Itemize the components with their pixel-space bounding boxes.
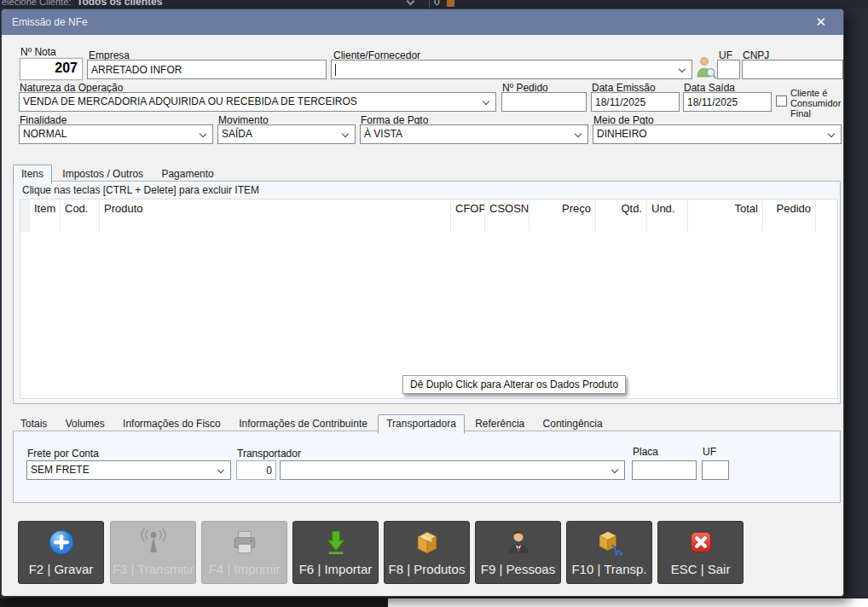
dialog-title: Emissão de NFe bbox=[12, 9, 88, 35]
tab-informacoes-contribuinte[interactable]: Informações de Contribuinte bbox=[231, 415, 375, 433]
items-panel: Clique nas teclas [CTRL + Delete] para e… bbox=[13, 181, 841, 404]
tab-informacoes-fisco[interactable]: Informações do Fisco bbox=[115, 415, 229, 433]
gravar-button[interactable]: F2 | Gravar bbox=[18, 521, 104, 584]
meio-pgto-combo[interactable]: DINHEIRO bbox=[593, 124, 842, 144]
column-csosn: CSOSN bbox=[485, 199, 529, 218]
chevron-down-icon bbox=[611, 466, 618, 473]
produtos-button-label: F8 | Produtos bbox=[385, 562, 469, 576]
consumidor-final-line3: Final bbox=[790, 108, 811, 119]
tab-pagamento[interactable]: Pagamento bbox=[153, 165, 221, 183]
finalidade-combo[interactable]: NORMAL bbox=[19, 124, 213, 144]
importar-button-label: F6 | Importar bbox=[293, 562, 378, 576]
gravar-button-label: F2 | Gravar bbox=[19, 562, 103, 576]
transport-uf-label: UF bbox=[703, 446, 716, 458]
cliente-fornecedor-combo[interactable] bbox=[331, 60, 692, 79]
tab-volumes[interactable]: Volumes bbox=[58, 415, 113, 433]
pedido-input[interactable] bbox=[501, 92, 587, 112]
column-gutter bbox=[20, 199, 30, 218]
row-cell bbox=[816, 218, 837, 232]
import-download-icon bbox=[321, 528, 350, 557]
column-filler bbox=[816, 199, 837, 218]
transp-button[interactable]: F10 | Transp. bbox=[566, 521, 652, 584]
row-gutter-cell bbox=[20, 218, 30, 232]
row-cell bbox=[30, 218, 61, 232]
transportador-label: Transportador bbox=[237, 448, 301, 460]
chevron-down-icon bbox=[679, 66, 686, 72]
chevron-down-icon bbox=[483, 98, 489, 105]
chevron-down-icon bbox=[575, 130, 582, 137]
data-emissao-input[interactable] bbox=[591, 92, 680, 112]
pessoas-button-label: F9 | Pessoas bbox=[476, 562, 560, 576]
movimento-combo[interactable]: SAÍDA bbox=[217, 124, 356, 144]
column-produto: Produto bbox=[100, 199, 451, 218]
chevron-down-icon bbox=[217, 466, 224, 473]
background-select-client-value: Todos os clientes bbox=[77, 0, 162, 8]
text-caret bbox=[335, 64, 336, 76]
nota-field[interactable]: 207 bbox=[20, 58, 83, 80]
placa-input[interactable] bbox=[632, 460, 697, 480]
consumidor-final-line1: Cliente é bbox=[790, 88, 827, 98]
close-icon[interactable]: ✕ bbox=[810, 9, 831, 35]
nota-label: Nº Nota bbox=[20, 46, 56, 58]
tab-totais[interactable]: Totais bbox=[13, 415, 55, 433]
row-cell bbox=[451, 218, 485, 232]
chevron-down-icon bbox=[200, 130, 206, 137]
tab-transportadora[interactable]: Transportadora bbox=[378, 414, 465, 434]
uf-input[interactable] bbox=[717, 60, 740, 79]
pessoas-button[interactable]: F9 | Pessoas bbox=[475, 521, 561, 584]
exit-x-icon bbox=[686, 528, 715, 557]
nota-value: 207 bbox=[55, 61, 78, 76]
produtos-button[interactable]: F8 | Produtos bbox=[384, 521, 470, 584]
tab-contingencia[interactable]: Contingência bbox=[535, 415, 610, 433]
cnpj-input[interactable] bbox=[742, 60, 843, 79]
column-und: Und. bbox=[647, 199, 688, 218]
row-cell bbox=[100, 218, 451, 232]
items-table-header: Item Cod. Produto CFOP CSOSN Preço Qtd. … bbox=[20, 199, 837, 218]
search-person-icon[interactable] bbox=[696, 56, 717, 79]
transport-uf-input[interactable] bbox=[702, 460, 729, 480]
table-row[interactable] bbox=[20, 218, 837, 232]
row-cell bbox=[763, 218, 816, 232]
forma-pgto-combo[interactable]: À VISTA bbox=[360, 124, 588, 144]
consumidor-final-checkbox[interactable] bbox=[776, 95, 787, 107]
background-chevron-down-icon bbox=[407, 0, 415, 5]
column-preco: Preço bbox=[529, 199, 596, 218]
row-cell bbox=[485, 218, 529, 232]
chevron-down-icon bbox=[828, 130, 835, 137]
transportador-code-input[interactable] bbox=[236, 460, 276, 480]
sair-button-label: ESC | Sair bbox=[658, 562, 743, 576]
data-saida-input[interactable] bbox=[683, 92, 772, 112]
transmitir-button-label: F3 | Transmitir bbox=[111, 562, 195, 576]
importar-button[interactable]: F6 | Importar bbox=[292, 521, 379, 584]
background-window-strip: elecione Cliente: Todos os clientes 0 bbox=[0, 0, 868, 9]
chevron-down-icon bbox=[342, 130, 349, 137]
tab-referencia[interactable]: Referência bbox=[467, 415, 532, 433]
consumidor-final-line2: Consumidor bbox=[790, 98, 841, 108]
printer-icon bbox=[230, 528, 259, 557]
transportadora-panel: Frete por Conta SEM FRETE Transportador … bbox=[13, 431, 841, 503]
background-count-value: 0 bbox=[429, 0, 440, 8]
screen: elecione Cliente: Todos os clientes 0 Em… bbox=[0, 0, 868, 607]
natureza-operacao-value: VENDA DE MERCADORIA ADQUIRIDA OU RECEBID… bbox=[23, 93, 480, 111]
items-table-empty-area[interactable] bbox=[20, 232, 837, 398]
tab-itens[interactable]: Itens bbox=[13, 165, 52, 184]
background-small-icon bbox=[447, 0, 454, 7]
transportador-combo[interactable] bbox=[280, 460, 625, 480]
sair-button[interactable]: ESC | Sair bbox=[657, 521, 744, 584]
empresa-input[interactable] bbox=[87, 60, 327, 79]
transmitir-button: F3 | Transmitir bbox=[110, 521, 196, 584]
background-bottom-dark-strip bbox=[0, 598, 388, 607]
meio-pgto-value: DINHEIRO bbox=[597, 125, 825, 143]
placa-label: Placa bbox=[633, 446, 658, 458]
dialog-titlebar[interactable]: Emissão de NFe ✕ bbox=[2, 9, 843, 35]
column-cfop: CFOP bbox=[451, 199, 485, 218]
natureza-operacao-combo[interactable]: VENDA DE MERCADORIA ADQUIRIDA OU RECEBID… bbox=[19, 92, 496, 112]
movimento-value: SAÍDA bbox=[222, 125, 339, 143]
frete-combo[interactable]: SEM FRETE bbox=[26, 460, 231, 480]
frete-value: SEM FRETE bbox=[31, 461, 215, 479]
antenna-icon bbox=[139, 528, 168, 557]
items-table[interactable]: Item Cod. Produto CFOP CSOSN Preço Qtd. … bbox=[20, 199, 838, 399]
box-cart-icon bbox=[595, 528, 624, 557]
person-icon bbox=[504, 528, 533, 557]
tab-impostos-outros[interactable]: Impostos / Outros bbox=[55, 165, 151, 183]
